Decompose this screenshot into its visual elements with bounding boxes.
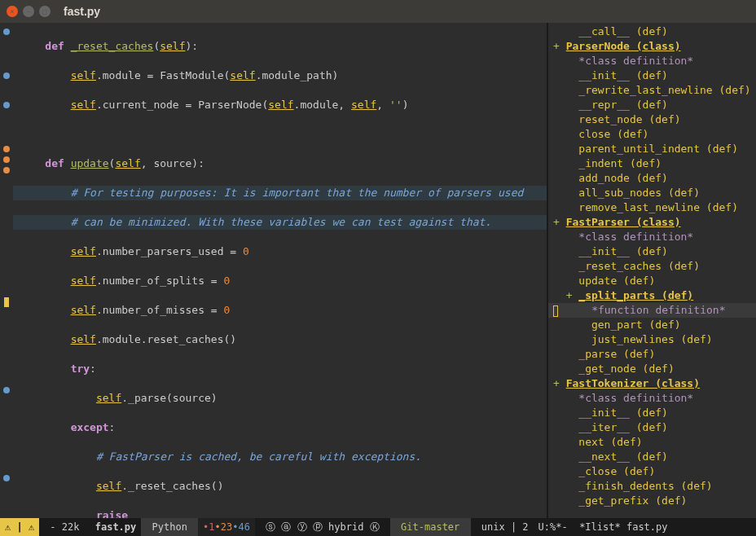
outline-item[interactable]: parent_until_indent (def) [548,142,756,156]
status-mode[interactable]: Python [141,518,198,536]
code-line: try: [13,362,547,376]
outline-item[interactable]: + _split_parts (def) [548,288,756,303]
gutter-mark [3,167,10,174]
outline-item[interactable]: remove_last_newline (def) [548,200,756,215]
status-minor-modes: ⓢ ⓐ ⓨ ⓟ hybrid Ⓚ [255,518,390,536]
gutter-mark [0,442,13,456]
gutter-mark [0,280,13,295]
code-line: # FastParser is cached, be careful with … [13,450,547,464]
outline-pane[interactable]: __call__ (def)+ ParserNode (class) *clas… [548,23,756,518]
outline-item[interactable]: add_node (def) [548,171,756,186]
window-title: fast.py [64,5,100,18]
gutter-mark [3,102,10,108]
outline-cursor [553,305,558,317]
gutter-mark [0,39,13,54]
code-line: self.number_of_misses = 0 [13,303,547,318]
code-line: self.number_parsers_used = 0 [13,244,547,259]
outline-item[interactable]: _parse (def) [548,347,756,362]
gutter-mark [3,387,10,393]
gutter-mark [0,178,13,192]
gutter-mark [0,192,13,207]
outline-item[interactable]: reset_node (def) [548,112,756,127]
gutter-mark [0,368,13,383]
gutter-mark [3,475,10,481]
outline-item[interactable]: all_sub_nodes (def) [548,186,756,200]
gutter-mark [4,297,9,307]
status-encoding: unix | 2 [471,518,534,536]
code-line: # can be minimized. With these variables… [13,215,547,230]
gutter-mark [0,310,13,324]
outline-item[interactable]: gen_part (def) [548,318,756,332]
outline-item[interactable]: + FastParser (class) [548,215,756,230]
gutter-mark [0,324,13,339]
statusbar: ⚠ | ⚠ - 22k fast.py Python •1 •23 •46 ⓢ … [0,518,756,536]
outline-item[interactable]: __init__ (def) [548,68,756,83]
gutter-mark [0,207,13,222]
close-icon[interactable]: × [7,6,18,17]
outline-item[interactable]: __repr__ (def) [548,98,756,112]
outline-item[interactable]: __iter__ (def) [548,420,756,435]
window-controls: × – □ [7,6,51,17]
outline-item[interactable]: *class definition* [548,230,756,244]
outline-item[interactable]: __init__ (def) [548,244,756,259]
maximize-icon[interactable]: □ [39,6,51,17]
outline-item[interactable]: *class definition* [548,54,756,68]
gutter-mark [0,398,13,412]
outline-item[interactable]: update (def) [548,274,756,288]
minimize-icon[interactable]: – [23,6,34,17]
status-position: - 22k [39,518,90,536]
outline-item[interactable]: _finish_dedents (def) [548,479,756,494]
gutter-mark [0,127,13,142]
code-line: def _reset_caches(self): [13,39,547,54]
gutter [0,23,13,518]
outline-item[interactable]: __call__ (def) [548,24,756,39]
outline-item[interactable]: just_newlines (def) [548,332,756,347]
code-line: except: [13,420,547,435]
outline-item[interactable]: _get_prefix (def) [548,494,756,508]
titlebar: × – □ fast.py [0,0,756,23]
gutter-mark [0,83,13,98]
gutter-mark [0,266,13,280]
outline-item[interactable]: next (def) [548,435,756,450]
gutter-mark [0,427,13,442]
code-line: self.module.reset_caches() [13,332,547,347]
outline-item[interactable]: __init__ (def) [548,406,756,420]
code-line [13,127,547,142]
code-line: self.number_of_splits = 0 [13,274,547,288]
gutter-mark [3,29,10,35]
outline-item[interactable]: _get_node (def) [548,362,756,376]
code-line: def update(self, source): [13,156,547,171]
gutter-mark [3,146,10,152]
code-line: # For testing purposes: It is important … [13,186,547,200]
status-git-branch[interactable]: Git-master [390,518,471,536]
status-filename: fast.py [90,518,142,536]
workspace: def _reset_caches(self): self.module = F… [0,23,756,518]
outline-item[interactable]: __next__ (def) [548,450,756,464]
gutter-mark [3,72,10,79]
outline-item[interactable]: _rewrite_last_newline (def) [548,83,756,98]
status-warnings[interactable]: ⚠ | ⚠ [0,518,39,536]
code-line: self._parse(source) [13,391,547,406]
outline-item[interactable]: + ParserNode (class) [548,39,756,54]
status-right-modeline: U:%*- *Ilist* fast.py [534,518,708,536]
gutter-mark [0,112,13,127]
gutter-mark [0,222,13,236]
outline-item[interactable]: _close (def) [548,464,756,479]
outline-item[interactable]: _indent (def) [548,156,756,171]
outline-item[interactable]: *function definition* [548,303,756,318]
code-line: self._reset_caches() [13,479,547,494]
gutter-mark [0,236,13,251]
gutter-mark [0,456,13,471]
status-diagnostics: •1 •23 •46 [198,518,255,536]
code-line: self.module = FastModule(self.module_pat… [13,68,547,83]
code-editor[interactable]: def _reset_caches(self): self.module = F… [13,23,547,518]
gutter-mark [3,156,10,163]
outline-item[interactable]: _reset_caches (def) [548,259,756,274]
code-line: raise [13,508,547,518]
outline-item[interactable]: + FastTokenizer (class) [548,376,756,391]
gutter-mark [0,54,13,68]
outline-item[interactable]: *class definition* [548,391,756,406]
gutter-mark [0,354,13,368]
gutter-mark [0,412,13,427]
outline-item[interactable]: close (def) [548,127,756,142]
